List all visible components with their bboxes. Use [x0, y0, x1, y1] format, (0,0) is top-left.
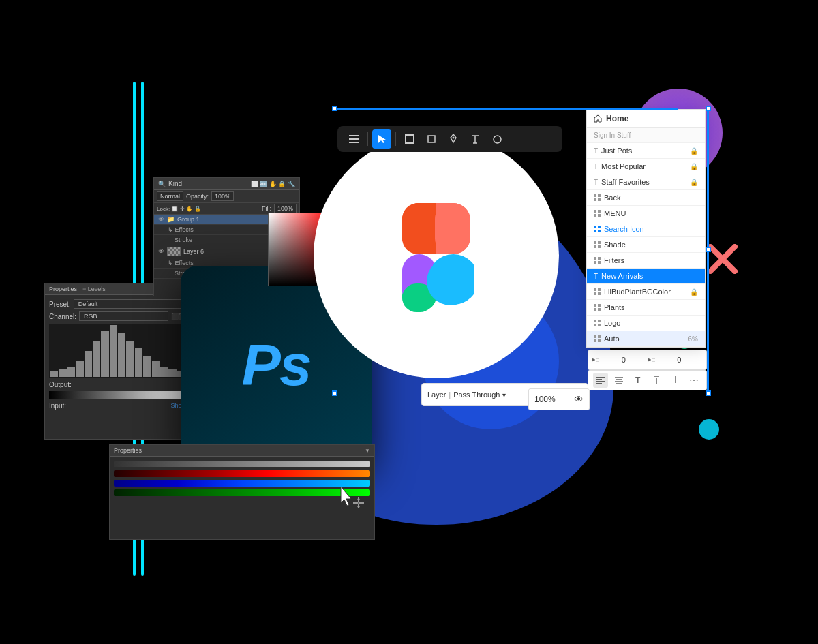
rect-icon[interactable] — [422, 129, 441, 149]
svg-rect-24 — [598, 198, 601, 201]
figma-logo-svg — [399, 200, 474, 312]
hist-bar-11 — [135, 348, 142, 377]
pen-icon[interactable] — [444, 129, 463, 149]
panel-item-justpots[interactable]: T Just Pots 🔒 — [587, 143, 705, 159]
channel-row: Channel: RGB ⬛⬛ — [49, 311, 186, 321]
lock-icons: Lock: 🔲 ✛ ✋ 🔒 — [157, 206, 201, 212]
group1-label: Group 1 — [177, 216, 200, 223]
handle-br[interactable] — [706, 390, 711, 396]
channel-value[interactable]: RGB — [79, 311, 168, 321]
opacity-value[interactable]: 100% — [211, 191, 234, 201]
hist-bar-15 — [168, 369, 176, 377]
menu-icon[interactable] — [344, 129, 363, 149]
hist-bar-13 — [152, 361, 160, 377]
svg-rect-38 — [598, 257, 601, 260]
gradient-bar-2 — [114, 470, 370, 477]
grid-icon-2 — [594, 210, 601, 217]
panel-item-stafffav[interactable]: T Staff Favorites 🔒 — [587, 174, 705, 190]
handle-bl[interactable] — [332, 390, 337, 396]
opacity-percent[interactable]: 100% — [534, 395, 556, 404]
svg-rect-30 — [598, 226, 601, 228]
panel-item-back[interactable]: Back — [587, 190, 705, 206]
panel-item-signin[interactable]: Sign In Stuff — — [587, 128, 705, 143]
ps-properties-panel[interactable]: Properties ▼ — [109, 444, 375, 540]
svg-rect-33 — [594, 241, 596, 244]
more-options-icon[interactable]: ⋯ — [686, 373, 701, 388]
eye-icon-figma[interactable]: 👁 — [574, 394, 584, 405]
fill-value[interactable]: 100% — [274, 204, 297, 213]
hist-bar-4 — [76, 361, 83, 377]
align-center-icon[interactable] — [611, 373, 626, 388]
panel-item-menu[interactable]: MENU — [587, 206, 705, 221]
cyan-dot — [699, 419, 719, 440]
svg-rect-14 — [405, 134, 414, 136]
panel-item-plants[interactable]: Plants — [587, 300, 705, 316]
home-icon — [594, 114, 602, 123]
numeric-val-1[interactable]: 0 — [601, 356, 647, 364]
svg-rect-18 — [428, 136, 435, 142]
handle-tl[interactable] — [332, 106, 337, 111]
back-label: Back — [604, 194, 620, 202]
align-top-icon[interactable] — [649, 373, 664, 388]
props-body — [110, 457, 374, 503]
grid-icon-5 — [594, 257, 601, 264]
panel-item-liblplant[interactable]: LilBudPlantBGColor 🔒 — [587, 284, 705, 300]
svg-rect-31 — [594, 230, 596, 232]
svg-rect-13 — [349, 142, 359, 143]
pass-through-label[interactable]: Pass Through — [453, 390, 500, 399]
indent-icon — [592, 356, 599, 363]
preset-value[interactable]: Default — [74, 299, 186, 309]
filter-icons: ⬜ 🔤 ✋ 🔒 🔧 — [251, 181, 295, 187]
handle-tr[interactable] — [706, 106, 711, 111]
svg-rect-27 — [594, 214, 596, 217]
svg-rect-49 — [594, 320, 596, 322]
preset-label: Preset: — [49, 301, 71, 308]
layers-panel-header: 🔍 Kind ⬜ 🔤 ✋ 🔒 🔧 — [154, 178, 299, 190]
numeric-val-2[interactable]: 0 — [656, 356, 703, 364]
align-left-icon[interactable] — [593, 373, 608, 388]
svg-rect-54 — [598, 335, 601, 338]
figma-opacity-row: 100% 👁 — [528, 388, 590, 410]
ellipse-icon[interactable] — [487, 129, 506, 149]
mostpopular-label: Most Popular — [601, 162, 646, 170]
svg-rect-46 — [598, 304, 601, 307]
select-icon[interactable] — [372, 129, 391, 149]
panel-item-mostpopular[interactable]: T Most Popular 🔒 — [587, 159, 705, 174]
svg-point-19 — [453, 137, 455, 139]
svg-rect-41 — [594, 288, 596, 291]
panel-item-logo[interactable]: Logo — [587, 316, 705, 331]
group-icon: 📁 — [167, 216, 175, 223]
align-type-icon[interactable]: T — [631, 373, 646, 388]
svg-rect-44 — [598, 292, 601, 295]
align-bottom-icon[interactable] — [668, 373, 683, 388]
svg-rect-37 — [594, 257, 596, 260]
panel-item-filters[interactable]: Filters — [587, 253, 705, 269]
T-icon-2: T — [594, 163, 598, 170]
input-label: Input: — [49, 402, 66, 410]
panel-item-newarrivals[interactable]: T New Arrivals — [587, 269, 705, 284]
svg-rect-21 — [594, 194, 596, 197]
svg-rect-42 — [598, 288, 601, 291]
svg-rect-45 — [594, 304, 596, 307]
panel-item-auto[interactable]: Auto 6% — [587, 331, 705, 347]
kind-label: Kind — [168, 180, 182, 187]
svg-rect-22 — [598, 194, 601, 197]
layer-divider: | — [449, 391, 451, 399]
svg-rect-40 — [598, 261, 601, 264]
fill-label: Fill: — [262, 205, 271, 212]
figma-logo-circle — [314, 133, 559, 378]
handle-mid-right[interactable] — [706, 247, 711, 252]
layer6-label: Layer 6 — [183, 248, 204, 255]
ps-levels-panel[interactable]: Properties ≡ Levels Preset: Default Chan… — [44, 283, 191, 440]
stafffav-lock: 🔒 — [690, 179, 698, 186]
text-icon[interactable] — [466, 129, 485, 149]
svg-rect-35 — [594, 245, 596, 248]
panel-item-shade[interactable]: Shade — [587, 237, 705, 253]
frame-icon[interactable] — [400, 129, 419, 149]
svg-rect-56 — [598, 339, 601, 342]
panel-header-label: Home — [606, 114, 628, 123]
output-label: Output: — [49, 381, 72, 388]
T-icon-3: T — [594, 179, 598, 186]
blend-mode[interactable]: Normal — [157, 191, 183, 201]
panel-item-searchicon[interactable]: Search Icon — [587, 221, 705, 237]
